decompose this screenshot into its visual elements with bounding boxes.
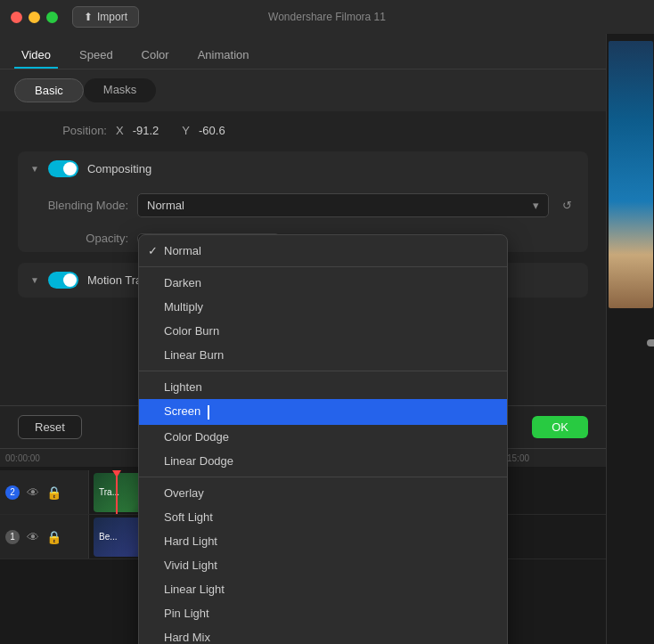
dropdown-item-label: Color Burn xyxy=(164,324,219,338)
track-2-number: 2 xyxy=(5,485,20,500)
y-value: -60.6 xyxy=(199,124,225,137)
subtab-masks[interactable]: Masks xyxy=(84,78,157,102)
right-panel xyxy=(606,34,654,644)
reset-button[interactable]: Reset xyxy=(18,415,82,439)
blending-mode-select[interactable]: Normal ▾ xyxy=(137,193,549,217)
titlebar: ⬆ Import Wondershare Filmora 11 xyxy=(0,0,654,34)
track-2-controls: 2 👁 🔒 xyxy=(0,470,89,514)
dropdown-item-label: Hard Light xyxy=(164,534,217,548)
dropdown-separator-2 xyxy=(139,371,507,371)
import-button[interactable]: ⬆ Import xyxy=(72,6,139,28)
compositing-label: Compositing xyxy=(87,162,151,175)
dropdown-arrow-icon: ▾ xyxy=(533,199,539,212)
blending-mode-reset-icon[interactable]: ↺ xyxy=(558,197,576,215)
dropdown-item-label: Vivid Light xyxy=(164,558,217,572)
blending-mode-value: Normal xyxy=(147,199,184,212)
dropdown-item-darken[interactable]: Darken xyxy=(139,271,507,295)
dropdown-item-label: Color Dodge xyxy=(164,430,229,444)
dropdown-item-multiply[interactable]: Multiply xyxy=(139,295,507,319)
import-label: Import xyxy=(97,11,127,23)
motion-chevron: ▼ xyxy=(30,275,39,285)
compositing-header: ▼ Compositing xyxy=(18,151,588,186)
dropdown-item-hard-light[interactable]: Hard Light xyxy=(139,529,507,553)
dropdown-item-linear-burn[interactable]: Linear Burn xyxy=(139,343,507,367)
dropdown-item-label: Overlay xyxy=(164,486,204,500)
dropdown-item-hard-mix[interactable]: Hard Mix xyxy=(139,625,507,644)
close-button[interactable] xyxy=(11,12,22,23)
track-1-clip-label: Be... xyxy=(99,532,118,542)
subtab-basic[interactable]: Basic xyxy=(14,78,84,102)
ok-button[interactable]: OK xyxy=(532,416,588,438)
main-tabs: Video Speed Color Animation xyxy=(0,34,606,69)
opacity-label: Opacity: xyxy=(30,232,128,245)
dropdown-item-lighten[interactable]: Lighten xyxy=(139,375,507,399)
position-row: Position: X -91.2 Y -60.6 xyxy=(18,124,588,137)
dropdown-item-label: Linear Light xyxy=(164,583,225,596)
track-1-controls: 1 👁 🔒 xyxy=(0,515,89,558)
dropdown-item-label: Normal xyxy=(164,244,201,257)
dropdown-menu: Normal Darken Multiply Color Burn Linear… xyxy=(138,234,508,644)
dropdown-item-label: Pin Light xyxy=(164,607,209,620)
dropdown-item-label: Linear Dodge xyxy=(164,454,233,468)
sub-tabs: Basic Masks xyxy=(0,69,606,111)
dropdown-item-vivid-light[interactable]: Vivid Light xyxy=(139,553,507,577)
dropdown-item-screen[interactable]: Screen xyxy=(139,399,507,425)
y-label: Y xyxy=(182,124,190,137)
position-label: Position: xyxy=(53,124,107,137)
dropdown-item-normal[interactable]: Normal xyxy=(139,239,507,263)
dropdown-item-linear-dodge[interactable]: Linear Dodge xyxy=(139,449,507,473)
dropdown-item-soft-light[interactable]: Soft Light xyxy=(139,505,507,529)
fullscreen-button[interactable] xyxy=(46,12,58,23)
tab-video[interactable]: Video xyxy=(14,43,58,69)
dropdown-item-color-dodge[interactable]: Color Dodge xyxy=(139,425,507,449)
time-zero: 00:00:00 xyxy=(5,453,40,463)
x-value: -91.2 xyxy=(133,124,159,137)
dropdown-separator-1 xyxy=(139,266,507,267)
dropdown-item-linear-light[interactable]: Linear Light xyxy=(139,577,507,601)
dropdown-item-label: Soft Light xyxy=(164,510,213,524)
motion-toggle[interactable] xyxy=(48,272,78,289)
preview-thumbnail xyxy=(609,41,653,308)
dropdown-item-label: Lighten xyxy=(164,380,202,394)
traffic-lights xyxy=(11,12,58,23)
import-icon: ⬆ xyxy=(84,11,93,23)
minimize-button[interactable] xyxy=(29,12,40,23)
blending-mode-row: Blending Mode: Normal ▾ ↺ xyxy=(18,186,588,224)
dropdown-item-label: Darken xyxy=(164,276,201,289)
dropdown-item-label: Linear Burn xyxy=(164,348,224,362)
track-1-eye-icon[interactable]: 👁 xyxy=(27,530,39,544)
tab-animation[interactable]: Animation xyxy=(191,43,257,69)
compositing-chevron: ▼ xyxy=(30,164,39,174)
app-title: Wondershare Filmora 11 xyxy=(268,11,386,23)
track-2-lock-icon[interactable]: 🔒 xyxy=(46,485,61,500)
track-1-number: 1 xyxy=(5,530,20,544)
blending-mode-dropdown: Normal Darken Multiply Color Burn Linear… xyxy=(138,234,508,644)
blending-mode-label: Blending Mode: xyxy=(30,199,128,212)
text-cursor xyxy=(208,405,218,420)
side-handle[interactable] xyxy=(647,339,654,346)
dropdown-item-color-burn[interactable]: Color Burn xyxy=(139,319,507,343)
dropdown-item-label: Screen xyxy=(164,404,200,418)
x-label: X xyxy=(116,124,124,137)
compositing-toggle[interactable] xyxy=(48,160,78,177)
track-2-eye-icon[interactable]: 👁 xyxy=(27,485,39,500)
dropdown-item-overlay[interactable]: Overlay xyxy=(139,481,507,505)
track-1-lock-icon[interactable]: 🔒 xyxy=(46,530,61,544)
tab-speed[interactable]: Speed xyxy=(72,43,120,69)
dropdown-item-label: Multiply xyxy=(164,300,203,314)
playhead-marker xyxy=(116,470,118,514)
dropdown-item-label: Hard Mix xyxy=(164,631,210,644)
dropdown-separator-3 xyxy=(139,477,507,477)
tab-color[interactable]: Color xyxy=(135,43,176,69)
dropdown-item-pin-light[interactable]: Pin Light xyxy=(139,601,507,625)
